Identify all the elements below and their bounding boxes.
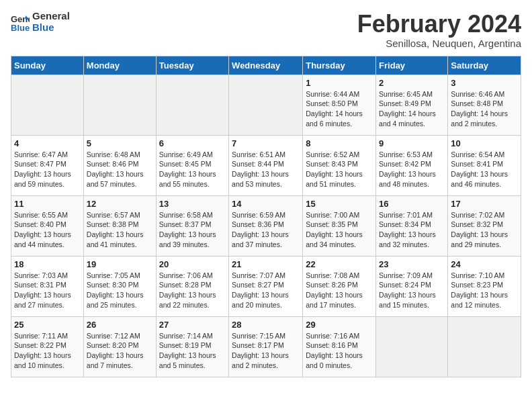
calendar-cell: 20Sunrise: 7:06 AM Sunset: 8:28 PM Dayli…: [156, 256, 228, 316]
day-number: 10: [451, 138, 518, 148]
logo: General Blue General Blue: [11, 11, 70, 33]
day-info: Sunrise: 6:47 AM Sunset: 8:47 PM Dayligh…: [14, 150, 81, 189]
day-info: Sunrise: 6:54 AM Sunset: 8:41 PM Dayligh…: [451, 150, 518, 189]
day-info: Sunrise: 7:12 AM Sunset: 8:20 PM Dayligh…: [87, 331, 153, 371]
day-number: 16: [379, 199, 445, 209]
calendar-cell: 10Sunrise: 6:54 AM Sunset: 8:41 PM Dayli…: [448, 135, 521, 195]
weekday-header-tuesday: Tuesday: [156, 56, 228, 75]
calendar-cell: 23Sunrise: 7:09 AM Sunset: 8:24 PM Dayli…: [376, 256, 448, 316]
calendar-cell: [448, 316, 521, 377]
calendar-cell: 3Sunrise: 6:46 AM Sunset: 8:48 PM Daylig…: [448, 75, 521, 135]
day-info: Sunrise: 6:53 AM Sunset: 8:42 PM Dayligh…: [379, 150, 445, 189]
day-info: Sunrise: 7:02 AM Sunset: 8:32 PM Dayligh…: [451, 210, 518, 250]
day-number: 28: [232, 320, 300, 330]
calendar-cell: 16Sunrise: 7:01 AM Sunset: 8:34 PM Dayli…: [376, 195, 448, 256]
week-row-5: 25Sunrise: 7:11 AM Sunset: 8:22 PM Dayli…: [11, 316, 521, 377]
location: Senillosa, Neuquen, Argentina: [357, 38, 521, 49]
logo-icon: General Blue: [11, 13, 30, 32]
calendar-cell: 27Sunrise: 7:14 AM Sunset: 8:19 PM Dayli…: [156, 316, 228, 377]
day-number: 20: [159, 259, 226, 269]
calendar-cell: [376, 316, 448, 377]
calendar-cell: 8Sunrise: 6:52 AM Sunset: 8:43 PM Daylig…: [303, 135, 376, 195]
calendar-cell: 14Sunrise: 6:59 AM Sunset: 8:36 PM Dayli…: [229, 195, 303, 256]
page-header: General Blue General Blue February 2024 …: [11, 11, 521, 49]
weekday-header-monday: Monday: [83, 56, 156, 75]
day-number: 14: [232, 199, 300, 209]
day-info: Sunrise: 7:08 AM Sunset: 8:26 PM Dayligh…: [306, 271, 373, 310]
day-info: Sunrise: 7:06 AM Sunset: 8:28 PM Dayligh…: [159, 271, 226, 310]
day-info: Sunrise: 7:01 AM Sunset: 8:34 PM Dayligh…: [379, 210, 445, 250]
day-number: 3: [451, 78, 518, 88]
logo-blue: Blue: [32, 22, 70, 34]
day-number: 15: [306, 199, 373, 209]
calendar-cell: [11, 75, 84, 135]
day-number: 2: [379, 78, 445, 88]
day-number: 4: [14, 138, 81, 148]
day-info: Sunrise: 7:16 AM Sunset: 8:16 PM Dayligh…: [306, 331, 373, 371]
day-number: 18: [14, 259, 81, 269]
weekday-header-wednesday: Wednesday: [229, 56, 303, 75]
calendar-cell: [83, 75, 156, 135]
calendar-cell: 29Sunrise: 7:16 AM Sunset: 8:16 PM Dayli…: [303, 316, 376, 377]
calendar-cell: 15Sunrise: 7:00 AM Sunset: 8:35 PM Dayli…: [303, 195, 376, 256]
weekday-header-friday: Friday: [376, 56, 448, 75]
day-info: Sunrise: 6:45 AM Sunset: 8:49 PM Dayligh…: [379, 89, 445, 129]
day-info: Sunrise: 6:51 AM Sunset: 8:44 PM Dayligh…: [232, 150, 300, 189]
calendar-cell: 2Sunrise: 6:45 AM Sunset: 8:49 PM Daylig…: [376, 75, 448, 135]
weekday-header-sunday: Sunday: [11, 56, 84, 75]
calendar-cell: 18Sunrise: 7:03 AM Sunset: 8:31 PM Dayli…: [11, 256, 84, 316]
day-info: Sunrise: 7:05 AM Sunset: 8:30 PM Dayligh…: [87, 271, 153, 310]
day-number: 27: [159, 320, 226, 330]
day-number: 19: [87, 259, 153, 269]
day-number: 9: [379, 138, 445, 148]
calendar-cell: 21Sunrise: 7:07 AM Sunset: 8:27 PM Dayli…: [229, 256, 303, 316]
calendar-cell: [156, 75, 228, 135]
day-number: 13: [159, 199, 226, 209]
day-info: Sunrise: 6:49 AM Sunset: 8:45 PM Dayligh…: [159, 150, 226, 189]
calendar-cell: [229, 75, 303, 135]
day-number: 6: [159, 138, 226, 148]
day-number: 22: [306, 259, 373, 269]
month-title: February 2024: [357, 11, 521, 38]
logo-general: General: [32, 11, 70, 22]
day-number: 1: [306, 78, 373, 88]
day-number: 29: [306, 320, 373, 330]
calendar-cell: 7Sunrise: 6:51 AM Sunset: 8:44 PM Daylig…: [229, 135, 303, 195]
day-info: Sunrise: 6:58 AM Sunset: 8:37 PM Dayligh…: [159, 210, 226, 250]
day-info: Sunrise: 7:15 AM Sunset: 8:17 PM Dayligh…: [232, 331, 300, 371]
day-info: Sunrise: 6:52 AM Sunset: 8:43 PM Dayligh…: [306, 150, 373, 189]
day-number: 8: [306, 138, 373, 148]
week-row-3: 11Sunrise: 6:55 AM Sunset: 8:40 PM Dayli…: [11, 195, 521, 256]
day-number: 24: [451, 259, 518, 269]
day-info: Sunrise: 7:07 AM Sunset: 8:27 PM Dayligh…: [232, 271, 300, 310]
weekday-header-saturday: Saturday: [448, 56, 521, 75]
day-number: 7: [232, 138, 300, 148]
day-number: 5: [87, 138, 153, 148]
week-row-2: 4Sunrise: 6:47 AM Sunset: 8:47 PM Daylig…: [11, 135, 521, 195]
calendar-cell: 6Sunrise: 6:49 AM Sunset: 8:45 PM Daylig…: [156, 135, 228, 195]
day-info: Sunrise: 7:00 AM Sunset: 8:35 PM Dayligh…: [306, 210, 373, 250]
week-row-4: 18Sunrise: 7:03 AM Sunset: 8:31 PM Dayli…: [11, 256, 521, 316]
day-info: Sunrise: 7:03 AM Sunset: 8:31 PM Dayligh…: [14, 271, 81, 310]
calendar-cell: 13Sunrise: 6:58 AM Sunset: 8:37 PM Dayli…: [156, 195, 228, 256]
day-number: 11: [14, 199, 81, 209]
calendar-cell: 11Sunrise: 6:55 AM Sunset: 8:40 PM Dayli…: [11, 195, 84, 256]
calendar-cell: 1Sunrise: 6:44 AM Sunset: 8:50 PM Daylig…: [303, 75, 376, 135]
title-block: February 2024 Senillosa, Neuquen, Argent…: [357, 11, 521, 49]
day-number: 12: [87, 199, 153, 209]
day-info: Sunrise: 6:57 AM Sunset: 8:38 PM Dayligh…: [87, 210, 153, 250]
week-row-1: 1Sunrise: 6:44 AM Sunset: 8:50 PM Daylig…: [11, 75, 521, 135]
calendar-cell: 9Sunrise: 6:53 AM Sunset: 8:42 PM Daylig…: [376, 135, 448, 195]
day-number: 26: [87, 320, 153, 330]
calendar-cell: 17Sunrise: 7:02 AM Sunset: 8:32 PM Dayli…: [448, 195, 521, 256]
day-number: 25: [14, 320, 81, 330]
calendar-cell: 4Sunrise: 6:47 AM Sunset: 8:47 PM Daylig…: [11, 135, 84, 195]
calendar-cell: 19Sunrise: 7:05 AM Sunset: 8:30 PM Dayli…: [83, 256, 156, 316]
calendar-cell: 28Sunrise: 7:15 AM Sunset: 8:17 PM Dayli…: [229, 316, 303, 377]
day-info: Sunrise: 6:46 AM Sunset: 8:48 PM Dayligh…: [451, 89, 518, 129]
day-info: Sunrise: 7:10 AM Sunset: 8:23 PM Dayligh…: [451, 271, 518, 310]
day-number: 17: [451, 199, 518, 209]
calendar-cell: 24Sunrise: 7:10 AM Sunset: 8:23 PM Dayli…: [448, 256, 521, 316]
day-info: Sunrise: 6:59 AM Sunset: 8:36 PM Dayligh…: [232, 210, 300, 250]
day-info: Sunrise: 7:11 AM Sunset: 8:22 PM Dayligh…: [14, 331, 81, 371]
